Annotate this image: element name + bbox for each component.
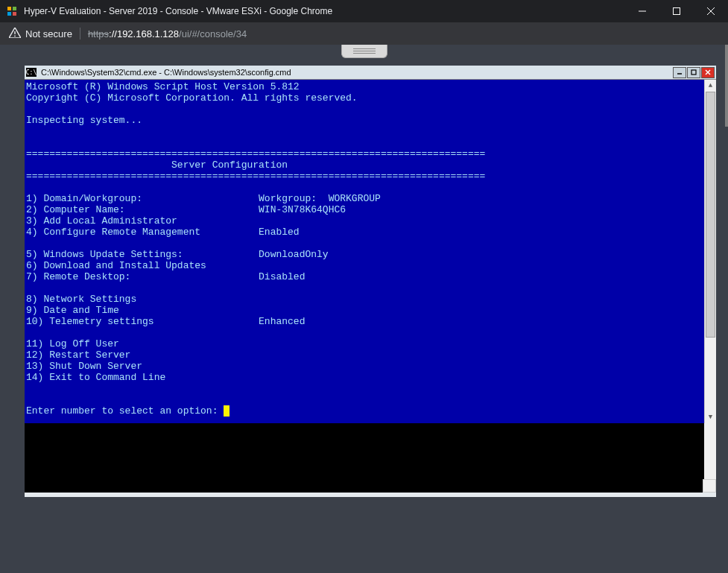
security-label[interactable]: Not secure [25, 28, 72, 39]
divider [80, 28, 80, 39]
cmd-content[interactable]: Microsoft (R) Windows Script Host Versio… [25, 80, 704, 423]
scroll-up-icon[interactable]: ▲ [705, 80, 716, 92]
not-secure-icon [9, 28, 21, 40]
scroll-thumb[interactable] [706, 92, 715, 338]
browser-title: Hyper-V Evaluation - Server 2019 - Conso… [24, 6, 625, 16]
console-black-area[interactable] [25, 423, 716, 493]
console-bottom-border [25, 493, 716, 497]
vmware-favicon [6, 5, 18, 17]
close-button[interactable] [694, 0, 728, 22]
cmd-close-button[interactable] [701, 67, 715, 78]
maximize-button[interactable] [659, 0, 694, 22]
scroll-down-icon[interactable]: ▼ [705, 411, 716, 423]
vm-console[interactable]: C:\ C:\Windows\System32\cmd.exe - C:\Win… [25, 66, 716, 497]
minimize-button[interactable] [625, 0, 659, 22]
browser-address-bar: Not secure https://192.168.1.128/ui/#/co… [0, 22, 728, 45]
cmd-maximize-button[interactable] [687, 67, 700, 78]
console-toolbar-handle[interactable] [341, 45, 387, 58]
cmd-title: C:\Windows\System32\cmd.exe - C:\Windows… [41, 68, 673, 77]
svg-rect-5 [674, 8, 680, 15]
cmd-titlebar[interactable]: C:\ C:\Windows\System32\cmd.exe - C:\Win… [25, 66, 716, 80]
cmd-scrollbar[interactable]: ▲ ▼ [704, 80, 716, 423]
browser-titlebar: Hyper-V Evaluation - Server 2019 - Conso… [0, 0, 728, 22]
scroll-track[interactable] [705, 92, 716, 411]
cmd-window: C:\ C:\Windows\System32\cmd.exe - C:\Win… [25, 66, 716, 423]
console-viewport: C:\ C:\Windows\System32\cmd.exe - C:\Win… [0, 45, 728, 573]
svg-rect-3 [13, 12, 16, 16]
cmd-minimize-button[interactable] [673, 67, 686, 78]
svg-rect-0 [7, 7, 11, 10]
svg-rect-12 [691, 70, 696, 75]
cmd-icon: C:\ [26, 68, 37, 77]
svg-point-10 [14, 35, 16, 37]
svg-rect-1 [13, 7, 16, 10]
svg-rect-2 [7, 12, 11, 16]
url[interactable]: https://192.168.1.128/ui/#/console/34 [88, 28, 247, 39]
